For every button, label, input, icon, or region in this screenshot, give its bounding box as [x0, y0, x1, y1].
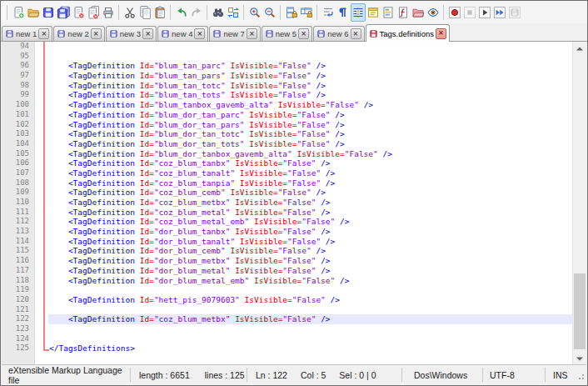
editor[interactable]: 9495969798991001011021031041051061071081… [2, 42, 586, 365]
open-folder-button[interactable] [26, 3, 41, 22]
tab-close-button[interactable]: ✕ [38, 28, 49, 39]
code-line[interactable]: <TagDefinition Id="coz_blum_tanalt" IsVi… [48, 168, 572, 178]
new-file-button[interactable] [11, 3, 26, 22]
folder-as-workspace-button[interactable] [411, 3, 426, 22]
tab-close-button[interactable]: ✕ [247, 28, 257, 39]
code-line[interactable]: <TagDefinition Id="hett_pis_9079603" IsV… [48, 295, 572, 305]
code-line[interactable] [48, 52, 572, 62]
sync-vertical-scrolling-icon [285, 6, 298, 19]
tab-new-7[interactable]: new 7✕ [209, 26, 260, 41]
tab-new-2[interactable]: new 2✕ [53, 26, 104, 41]
code-area[interactable]: <TagDefinition Id="blum_tan_parc" IsVisi… [48, 42, 572, 365]
saved-file-icon [316, 29, 326, 38]
code-line[interactable]: <TagDefinition Id="coz_blum_tanpia" IsVi… [48, 178, 572, 188]
resize-grip[interactable] [576, 372, 585, 380]
sync-horizontal-scrolling-button[interactable] [299, 3, 314, 22]
code-line[interactable]: <TagDefinition Id="dor_blum_tanalt" IsVi… [48, 237, 572, 247]
code-line[interactable]: <TagDefinition Id="coz_blum_metbx" IsVis… [48, 198, 572, 208]
code-line[interactable]: <TagDefinition Id="blum_tan_totc" IsVisi… [48, 81, 572, 91]
replace-button[interactable] [226, 3, 241, 22]
code-line[interactable]: </TagsDefinitions> [48, 343, 572, 353]
code-line[interactable] [48, 324, 572, 334]
tab-new-6[interactable]: new 6✕ [313, 26, 364, 41]
code-line[interactable]: <TagDefinition Id="dor_blum_metal_emb" I… [48, 276, 572, 286]
zoom-out-button[interactable] [262, 3, 277, 22]
code-line[interactable]: <TagDefinition Id="dor_blum_tanbx" IsVis… [48, 227, 572, 237]
paste-icon [153, 6, 167, 19]
macro-run-multiple-icon [493, 6, 506, 19]
tab-close-button[interactable]: ✕ [194, 28, 205, 39]
tab-new-5[interactable]: new 5✕ [262, 26, 312, 41]
cut-button[interactable] [122, 3, 137, 22]
save-all-button[interactable] [56, 3, 71, 22]
macro-record-button[interactable] [447, 3, 462, 22]
zoom-in-button[interactable] [247, 3, 262, 22]
line-number: 115 [2, 246, 34, 256]
close-button[interactable] [71, 3, 86, 22]
toolbar [1, 1, 587, 23]
paste-button[interactable] [152, 3, 167, 22]
code-line[interactable] [48, 42, 572, 52]
line-number: 122 [2, 314, 34, 324]
code-line-current[interactable]: <TagDefinition Id="coz_blum_metbx" IsVis… [48, 314, 572, 324]
monitoring-button[interactable] [426, 3, 441, 22]
tab-new-1[interactable]: new 1✕ [2, 26, 52, 41]
tab-close-button[interactable]: ✕ [142, 28, 153, 39]
undo-button[interactable] [174, 3, 189, 22]
macro-play-button[interactable] [477, 3, 492, 22]
code-line[interactable]: <TagDefinition Id="coz_blum_tanbx" IsVis… [48, 158, 572, 168]
code-line[interactable] [48, 334, 572, 344]
tab-tags-definitions[interactable]: Tags.definitions✕ [366, 24, 450, 42]
copy-button[interactable] [137, 3, 152, 22]
code-line[interactable]: <TagDefinition Id="coz_blum_cemb" IsVisi… [48, 188, 572, 198]
tab-new-3[interactable]: new 3✕ [106, 26, 157, 41]
code-line[interactable]: <TagDefinition Id="dor_blum_cemb" IsVisi… [48, 246, 572, 256]
toolbar-separator [316, 5, 317, 20]
code-line[interactable]: <TagDefinition Id="blum_dor_tan_parc" Is… [48, 110, 572, 120]
sync-horizontal-scrolling-icon [300, 6, 313, 19]
code-line[interactable]: <TagDefinition Id="blum_dor_tanbox_gavem… [48, 149, 572, 159]
save-button[interactable] [41, 3, 56, 22]
tab-close-button[interactable]: ✕ [298, 28, 309, 39]
redo-button[interactable] [189, 3, 204, 22]
tab-close-button[interactable]: ✕ [91, 28, 102, 39]
scrollbar-up-button[interactable] [573, 42, 586, 55]
document-map-button[interactable] [381, 3, 396, 22]
code-line[interactable]: <TagDefinition Id="dor_blum_metal" IsVis… [48, 266, 572, 276]
code-line[interactable]: <TagDefinition Id="coz_blum_metal_emb" I… [48, 217, 572, 227]
code-line[interactable]: <TagDefinition Id="dor_blum_metbx" IsVis… [48, 256, 572, 266]
macro-save-button[interactable] [507, 3, 522, 22]
code-line[interactable]: <TagDefinition Id="blum_tanbox_gavemb_al… [48, 100, 572, 110]
word-wrap-button[interactable] [321, 3, 336, 22]
code-line[interactable]: <TagDefinition Id="blum_tan_pars" IsVisi… [48, 71, 572, 81]
code-line[interactable] [48, 285, 572, 295]
status-selection: Sel : 0 | 0 [339, 370, 376, 380]
find-button[interactable] [211, 3, 226, 22]
user-defined-dialog-button[interactable] [366, 3, 381, 22]
code-line[interactable]: <TagDefinition Id="coz_blum_metal" IsVis… [48, 208, 572, 218]
scrollbar-thumb[interactable] [574, 273, 586, 349]
macro-stop-button[interactable] [462, 3, 477, 22]
code-line[interactable]: <TagDefinition Id="blum_dor_tan_tots" Is… [48, 139, 572, 149]
close-all-button[interactable] [86, 3, 101, 22]
sync-vertical-scrolling-button[interactable] [284, 3, 299, 22]
function-list-button[interactable] [396, 3, 411, 22]
find-icon [212, 6, 225, 19]
scrollbar-down-button[interactable] [573, 352, 586, 365]
code-line[interactable]: <TagDefinition Id="blum_tan_parc" IsVisi… [48, 61, 572, 71]
show-all-characters-button[interactable] [336, 3, 351, 22]
code-line[interactable]: <TagDefinition Id="blum_dor_tan_totc" Is… [48, 129, 572, 139]
tab-new-4[interactable]: new 4✕ [157, 26, 208, 41]
saved-file-icon [109, 29, 118, 38]
status-insert-mode[interactable]: INS [553, 370, 568, 380]
print-button[interactable] [101, 3, 116, 22]
tab-close-button[interactable]: ✕ [436, 28, 446, 39]
fold-margin[interactable] [35, 42, 48, 365]
code-line[interactable]: <TagDefinition Id="blum_dor_tan_pars" Is… [48, 120, 572, 130]
code-line[interactable] [48, 305, 572, 315]
vertical-scrollbar[interactable] [572, 42, 586, 365]
show-indent-guide-button[interactable] [351, 3, 366, 22]
code-line[interactable]: <TagDefinition Id="blum_tan_tots" IsVisi… [48, 90, 572, 100]
tab-close-button[interactable]: ✕ [351, 28, 361, 39]
macro-run-multiple-button[interactable] [492, 3, 507, 22]
